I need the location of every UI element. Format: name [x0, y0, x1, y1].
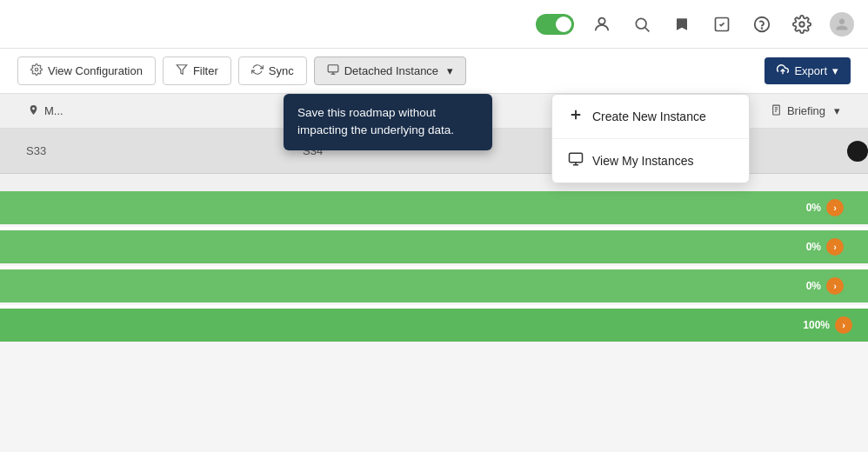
detached-instance-button[interactable]: Detached Instance ▾	[314, 56, 466, 85]
filter-label: Filter	[193, 64, 218, 77]
view-my-instances-item[interactable]: View My Instances	[552, 139, 749, 183]
filter-icon	[176, 63, 188, 78]
upload-icon	[777, 63, 789, 78]
progress-row-4[interactable]: 100% ›	[0, 309, 868, 342]
secondary-nav-button[interactable]: M...	[17, 100, 74, 123]
progress-label-4: 100% ›	[803, 316, 852, 334]
monitor-icon	[568, 151, 584, 170]
bookmark-icon[interactable]	[670, 12, 694, 37]
progress-percent-1: 0%	[806, 202, 821, 214]
svg-marker-8	[177, 65, 187, 75]
search-icon[interactable]	[630, 12, 654, 37]
svg-point-1	[636, 18, 646, 29]
toggle-switch[interactable]	[536, 14, 574, 35]
svg-point-0	[598, 17, 604, 23]
toolbar: View Configuration Filter Sync Detached …	[0, 49, 868, 94]
export-label: Export	[794, 64, 827, 77]
export-arrow-icon: ▾	[832, 64, 838, 77]
content-area: 0% › 0% › 0% › 100% ›	[0, 174, 868, 342]
progress-row-2[interactable]: 0% ›	[0, 230, 868, 263]
tooltip-text: Save this roadmap without impacting the …	[297, 106, 454, 136]
export-button[interactable]: Export ▾	[765, 57, 851, 84]
view-configuration-button[interactable]: View Configuration	[17, 56, 156, 85]
svg-point-7	[35, 68, 38, 71]
progress-arrow-2: ›	[826, 238, 844, 256]
progress-percent-4: 100%	[803, 319, 830, 331]
profile-icon[interactable]	[590, 12, 614, 37]
progress-percent-2: 0%	[806, 241, 821, 253]
progress-label-1: 0% ›	[806, 199, 844, 216]
briefing-label: Briefing	[787, 104, 825, 117]
help-icon[interactable]	[750, 12, 774, 37]
progress-label-3: 0% ›	[806, 277, 844, 295]
sync-icon	[251, 63, 264, 78]
progress-arrow-3: ›	[826, 277, 844, 295]
progress-row-1[interactable]: 0% ›	[0, 191, 868, 224]
svg-line-2	[645, 27, 650, 31]
create-new-instance-label: Create New Instance	[592, 110, 706, 123]
progress-arrow-4: ›	[835, 316, 852, 334]
briefing-icon	[771, 104, 782, 118]
progress-label-2: 0% ›	[806, 238, 844, 256]
svg-point-6	[799, 22, 805, 27]
instance-icon	[327, 63, 339, 78]
svg-point-5	[762, 28, 763, 29]
progress-indicator-dot	[847, 141, 868, 162]
dropdown-menu: Create New Instance View My Instances	[551, 94, 750, 183]
briefing-dropdown-icon: ▾	[834, 104, 840, 117]
tooltip: Save this roadmap without impacting the …	[284, 94, 492, 150]
detached-instance-label: Detached Instance	[344, 64, 438, 77]
progress-row-3[interactable]: 0% ›	[0, 269, 868, 302]
settings-icon[interactable]	[790, 12, 814, 37]
gear-icon	[30, 63, 43, 78]
secondary-nav-label: M...	[44, 104, 63, 117]
plus-icon	[568, 107, 584, 126]
pin-icon	[28, 104, 39, 118]
create-new-instance-item[interactable]: Create New Instance	[552, 95, 749, 139]
svg-rect-9	[328, 65, 338, 72]
briefing-button[interactable]: Briefing ▾	[760, 100, 851, 123]
view-my-instances-label: View My Instances	[592, 154, 693, 168]
progress-arrow-1: ›	[826, 199, 844, 216]
svg-point-18	[32, 107, 35, 110]
filter-button[interactable]: Filter	[163, 56, 231, 85]
progress-percent-3: 0%	[806, 280, 821, 292]
top-nav	[0, 0, 868, 49]
view-configuration-label: View Configuration	[48, 64, 143, 77]
timeline-label-s33: S33	[17, 144, 294, 157]
dropdown-arrow-icon: ▾	[447, 64, 453, 77]
svg-rect-15	[570, 153, 583, 163]
checkbox-icon[interactable]	[710, 12, 734, 37]
sync-label: Sync	[269, 64, 294, 77]
sync-button[interactable]: Sync	[238, 56, 307, 85]
avatar[interactable]	[830, 12, 854, 37]
